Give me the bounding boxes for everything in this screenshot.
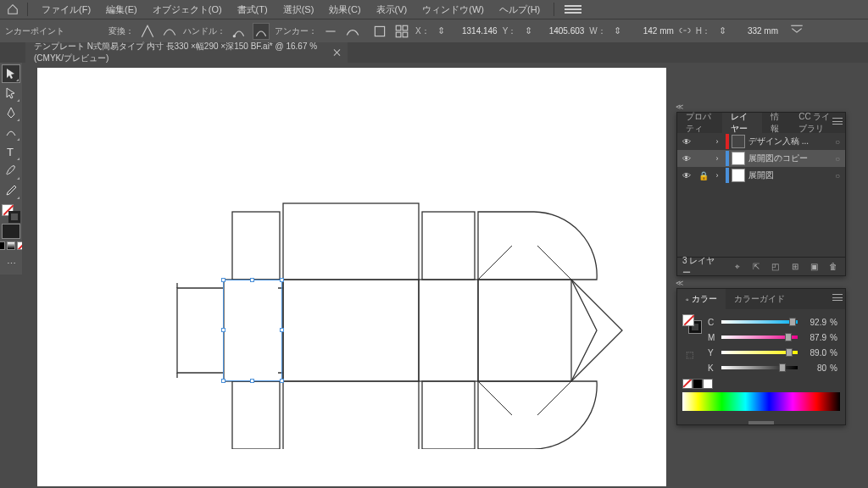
expand-icon[interactable]: ›: [711, 171, 723, 180]
type-tool-icon[interactable]: T: [2, 142, 20, 161]
panel-menu-icon[interactable]: [830, 289, 845, 306]
link-wh-icon[interactable]: [679, 26, 691, 36]
tab-color-guide[interactable]: カラーガイド: [726, 289, 793, 309]
new-sublayer-icon[interactable]: ⊞: [787, 260, 802, 274]
target-icon[interactable]: ○: [830, 154, 845, 164]
lock-icon[interactable]: 🔒: [696, 171, 711, 180]
x-value[interactable]: 1314.146: [453, 26, 498, 36]
expand-icon[interactable]: ›: [711, 137, 723, 146]
isolate-icon[interactable]: [371, 23, 388, 40]
anchor-remove-icon[interactable]: [322, 23, 339, 40]
svg-rect-2: [396, 25, 401, 30]
expand-icon[interactable]: ›: [711, 154, 723, 163]
tab-color[interactable]: ◦カラー: [677, 289, 726, 309]
pen-tool-icon[interactable]: [2, 103, 20, 122]
tab-layers[interactable]: レイヤー: [722, 113, 762, 133]
gradient-mode-icon[interactable]: [7, 241, 15, 250]
close-tab-icon[interactable]: [334, 49, 339, 56]
align-pixel-icon[interactable]: [393, 23, 410, 40]
handle-show-icon[interactable]: [231, 23, 248, 40]
collect-export-icon[interactable]: ⇱: [749, 260, 764, 274]
w-stepper-icon[interactable]: ⇕: [609, 23, 626, 40]
menu-effect[interactable]: 効果(C): [322, 2, 367, 18]
layer-color-swatch: [726, 168, 729, 183]
menu-window[interactable]: ウィンドウ(W): [415, 2, 491, 18]
anchor-add-icon[interactable]: [344, 23, 361, 40]
selection-tool-icon[interactable]: [2, 64, 20, 83]
w-value[interactable]: 142 mm: [630, 26, 674, 36]
menu-select[interactable]: 選択(S): [276, 2, 321, 18]
target-icon[interactable]: ○: [830, 137, 845, 147]
channel-value[interactable]: 80: [801, 363, 826, 373]
menu-edit[interactable]: 編集(E): [99, 2, 144, 18]
document-tab[interactable]: テンプレート N式簡易タイプ 内寸 長330 ×幅290 ×深150 BF.ai…: [25, 42, 348, 63]
stroke-swatch-icon[interactable]: [8, 211, 20, 223]
tab-info[interactable]: 情報: [762, 113, 790, 133]
black-swatch-icon[interactable]: [693, 379, 703, 389]
new-layer-icon[interactable]: ▣: [807, 260, 821, 274]
svg-rect-7: [283, 280, 419, 381]
slider-track[interactable]: [721, 333, 798, 341]
panel-menu-icon[interactable]: [830, 113, 845, 130]
convert-smooth-icon[interactable]: [161, 23, 178, 40]
layer-row[interactable]: 👁›デザイン入稿 ...○: [677, 133, 845, 150]
artboard: [37, 68, 666, 486]
spectrum-ramp[interactable]: [682, 392, 840, 411]
channel-value[interactable]: 87.9: [801, 333, 826, 342]
menu-view[interactable]: 表示(V): [370, 2, 415, 18]
color-mode-icon[interactable]: [0, 241, 5, 250]
menu-help[interactable]: ヘルプ(H): [492, 2, 547, 18]
control-bar: ンカーポイント 変換： ハンドル： アンカー： X：⇕1314.146 Y：⇕1…: [0, 19, 868, 42]
white-swatch-icon[interactable]: [703, 379, 713, 389]
document-title: テンプレート N式簡易タイプ 内寸 長330 ×幅290 ×深150 BF.ai…: [34, 41, 326, 64]
menu-file[interactable]: ファイル(F): [35, 2, 97, 18]
more-options-icon[interactable]: [788, 23, 805, 40]
dieline-artwork: [164, 178, 639, 449]
quick-swatches: [682, 379, 840, 389]
svg-rect-13: [422, 212, 475, 280]
direct-selection-tool-icon[interactable]: [2, 84, 20, 103]
channel-value[interactable]: 89.0: [801, 348, 826, 358]
slider-track[interactable]: [721, 363, 798, 372]
target-icon[interactable]: ○: [830, 171, 845, 180]
curvature-tool-icon[interactable]: [2, 123, 20, 141]
color-swatch-big[interactable]: [2, 224, 20, 239]
make-clipping-icon[interactable]: ◰: [769, 260, 783, 274]
fill-stroke-swatches[interactable]: [2, 204, 20, 223]
panel-collapse-icon[interactable]: ≪: [676, 279, 683, 287]
toolbox-more-icon[interactable]: ⋯: [2, 254, 20, 273]
layer-thumb-icon: [732, 135, 745, 148]
menu-object[interactable]: オブジェクト(O): [146, 2, 229, 18]
h-stepper-icon[interactable]: ⇕: [714, 23, 731, 40]
visibility-icon[interactable]: 👁: [677, 171, 696, 180]
eyedropper-tool-icon[interactable]: [2, 181, 20, 200]
slider-track[interactable]: [721, 348, 798, 357]
visibility-icon[interactable]: 👁: [677, 137, 696, 147]
menu-type[interactable]: 書式(T): [231, 2, 275, 18]
layer-row[interactable]: 👁🔒›展開図○: [677, 167, 845, 184]
out-of-gamut-icon[interactable]: ⬚: [682, 350, 696, 359]
svg-rect-15: [283, 381, 419, 449]
workspace-switcher-icon[interactable]: [565, 5, 581, 14]
tab-properties[interactable]: プロパティ: [677, 113, 722, 133]
home-icon[interactable]: [5, 2, 20, 17]
delete-layer-icon[interactable]: 🗑: [826, 260, 840, 274]
y-stepper-icon[interactable]: ⇕: [520, 23, 537, 40]
y-value[interactable]: 1405.603: [540, 26, 584, 36]
none-swatch-icon[interactable]: [682, 379, 693, 389]
convert-corner-icon[interactable]: [139, 23, 156, 40]
x-stepper-icon[interactable]: ⇕: [433, 23, 450, 40]
panel-collapse-icon[interactable]: ≪: [676, 103, 683, 111]
channel-value[interactable]: 92.9: [801, 318, 826, 327]
color-fill-stroke-icon[interactable]: [682, 314, 701, 333]
layer-row[interactable]: 👁›展開図のコピー○: [677, 150, 845, 167]
handle-hide-icon[interactable]: [253, 23, 270, 40]
panel-resize-grip[interactable]: [748, 421, 774, 424]
svg-text:T: T: [7, 146, 14, 158]
slider-track[interactable]: [721, 318, 798, 326]
h-value[interactable]: 332 mm: [734, 26, 778, 36]
paintbrush-tool-icon[interactable]: [2, 162, 20, 180]
visibility-icon[interactable]: 👁: [677, 154, 696, 164]
locate-layer-icon[interactable]: ⌖: [731, 260, 745, 274]
channel-label: M: [708, 333, 718, 342]
